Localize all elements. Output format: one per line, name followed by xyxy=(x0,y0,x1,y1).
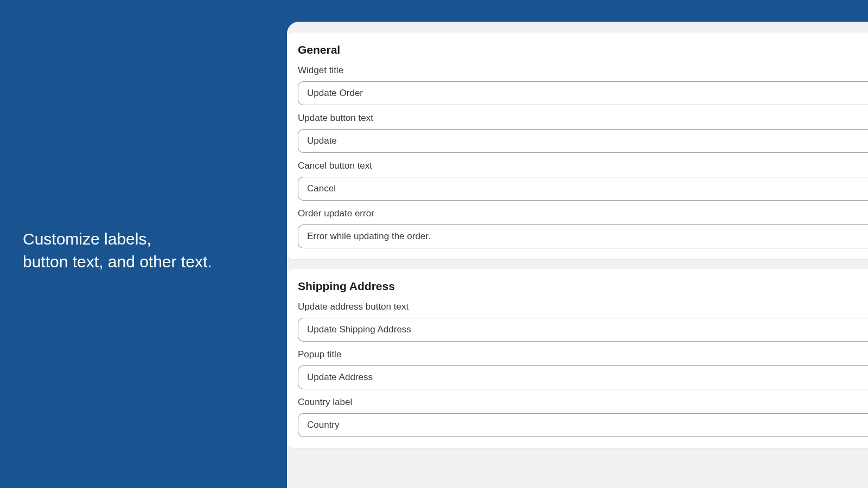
cancel-button-text-field: Cancel button text xyxy=(298,160,868,201)
shipping-section: Shipping Address Update address button t… xyxy=(287,269,868,448)
marketing-heading: Customize labels, button text, and other… xyxy=(23,228,212,273)
order-update-error-input[interactable] xyxy=(298,224,868,248)
country-label-field: Country label xyxy=(298,397,868,437)
order-update-error-label: Order update error xyxy=(298,208,868,219)
popup-title-input[interactable] xyxy=(298,365,868,389)
shipping-section-title: Shipping Address xyxy=(298,280,868,293)
widget-title-input[interactable] xyxy=(298,81,868,105)
popup-title-label: Popup title xyxy=(298,349,868,360)
popup-title-field: Popup title xyxy=(298,349,868,389)
country-label-input[interactable] xyxy=(298,413,868,437)
update-address-button-text-label: Update address button text xyxy=(298,301,868,312)
widget-title-label: Widget title xyxy=(298,65,868,76)
country-label-label: Country label xyxy=(298,397,868,408)
cancel-button-text-label: Cancel button text xyxy=(298,160,868,171)
order-update-error-field: Order update error xyxy=(298,208,868,248)
update-button-text-label: Update button text xyxy=(298,113,868,124)
general-section-title: General xyxy=(298,43,868,56)
update-button-text-input[interactable] xyxy=(298,129,868,153)
update-address-button-text-field: Update address button text xyxy=(298,301,868,342)
widget-title-field: Widget title xyxy=(298,65,868,105)
marketing-line2: button text, and other text. xyxy=(23,251,212,273)
cancel-button-text-input[interactable] xyxy=(298,177,868,201)
general-section: General Widget title Update button text … xyxy=(287,33,868,259)
marketing-line1: Customize labels, xyxy=(23,228,212,251)
settings-panel: General Widget title Update button text … xyxy=(287,22,868,488)
update-address-button-text-input[interactable] xyxy=(298,318,868,342)
update-button-text-field: Update button text xyxy=(298,113,868,153)
